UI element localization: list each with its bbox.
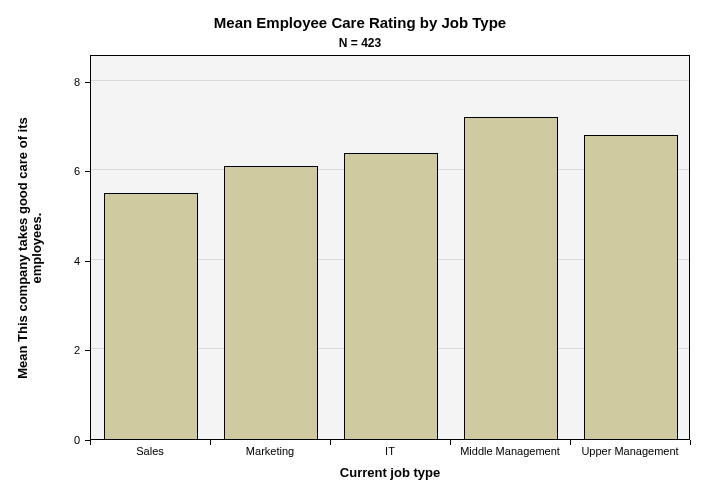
x-tick-mark (570, 440, 571, 445)
x-tick-label: Marketing (246, 445, 294, 457)
bar (344, 153, 438, 440)
y-axis-label: Mean This company takes good care of its… (20, 55, 40, 440)
x-tick-label: IT (385, 445, 395, 457)
y-tick-label: 4 (0, 255, 80, 267)
y-tick-label: 8 (0, 76, 80, 88)
y-axis-label-line1: Mean This company takes good care of its (15, 117, 30, 379)
y-tick-label: 2 (0, 344, 80, 356)
chart-title: Mean Employee Care Rating by Job Type (0, 14, 720, 31)
bar (584, 135, 678, 439)
y-tick-mark (85, 350, 90, 351)
y-tick-mark (85, 82, 90, 83)
y-tick-mark (85, 171, 90, 172)
x-tick-label: Middle Management (460, 445, 560, 457)
y-tick-label: 6 (0, 165, 80, 177)
bar (464, 117, 558, 439)
y-axis-label-line2: employees. (29, 212, 44, 283)
grid-line (91, 80, 689, 81)
chart-subtitle: N = 423 (0, 36, 720, 50)
x-tick-label: Sales (136, 445, 164, 457)
y-tick-label: 0 (0, 434, 80, 446)
y-tick-mark (85, 261, 90, 262)
bar (104, 193, 198, 439)
x-tick-mark (450, 440, 451, 445)
plot-area (90, 55, 690, 440)
bar (224, 166, 318, 439)
x-tick-mark (330, 440, 331, 445)
x-tick-mark (210, 440, 211, 445)
x-tick-label: Upper Management (581, 445, 678, 457)
x-axis-label: Current job type (90, 465, 690, 480)
chart-container: Mean Employee Care Rating by Job Type N … (0, 0, 720, 504)
x-tick-mark (690, 440, 691, 445)
x-tick-mark (90, 440, 91, 445)
